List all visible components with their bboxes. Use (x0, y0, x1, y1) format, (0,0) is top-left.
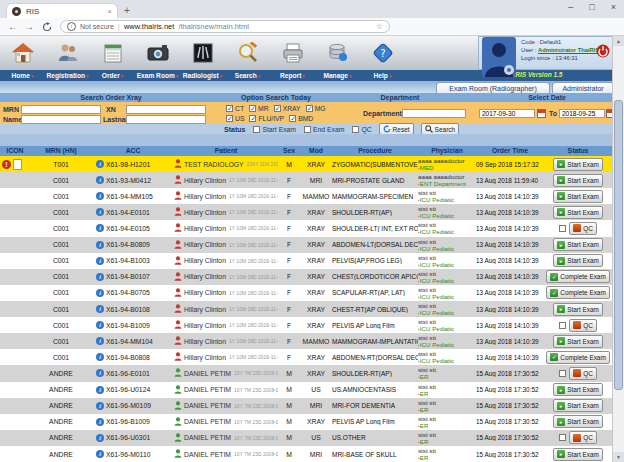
table-row[interactable]: ANDREiX61-96-M0110DANIEL PETIM10Y 7M 23D… (0, 446, 612, 462)
toolbar-radiologist-button[interactable] (180, 36, 225, 70)
url-input[interactable]: i Not secure | www.thairis.net /thairisn… (60, 20, 390, 33)
user-name-link[interactable]: Administrator ThaiRIS (538, 47, 599, 53)
start-exam-button[interactable]: ▸Start Exam (553, 383, 603, 396)
toolbar-exam-room-button[interactable] (135, 36, 180, 70)
date-to-input[interactable] (559, 109, 605, 118)
scrollbar-thumb[interactable] (614, 100, 623, 390)
modality-ct-checkbox[interactable]: ✓CT (226, 105, 244, 112)
modality-bmd-checkbox[interactable]: ✓BMD (289, 115, 313, 122)
toolbar-order-button[interactable] (90, 36, 135, 70)
status-qc-checkbox[interactable]: QC (352, 126, 371, 133)
start-exam-button[interactable]: ▸Start Exam (553, 174, 603, 187)
info-icon[interactable]: i (96, 337, 104, 345)
nav-item-help[interactable]: Help▾ (360, 72, 405, 79)
table-row[interactable]: ANDREiX61-96-M0109DANIEL PETIM10Y 7M 23D… (0, 398, 612, 414)
modality-mg-checkbox[interactable]: ✓MG (306, 105, 326, 112)
info-icon[interactable]: i (96, 160, 104, 168)
name-input[interactable] (21, 115, 101, 124)
minimize-icon[interactable]: – (568, 2, 573, 12)
table-row[interactable]: C001iX61-94-B0108Hillary Clinton1Y 10M 1… (0, 301, 612, 317)
status-start-exam-checkbox[interactable]: Start Exam (253, 126, 296, 133)
nav-item-report[interactable]: Report▾ (270, 72, 315, 79)
scroll-up-icon[interactable]: ▲ (613, 36, 624, 46)
xn-input[interactable] (126, 105, 206, 114)
start-exam-button[interactable]: ▸Start Exam (553, 448, 603, 461)
start-exam-button[interactable]: ▸Start Exam (553, 415, 603, 428)
info-icon[interactable]: i (96, 353, 104, 361)
forward-icon[interactable]: → (24, 21, 40, 32)
qc-button[interactable]: QC (569, 367, 597, 380)
nav-item-registration[interactable]: Registration▾ (45, 72, 90, 79)
table-row[interactable]: C001iX61-94-MM104Hillary Clinton1Y 10M 1… (0, 333, 612, 349)
start-exam-button[interactable]: ▸Start Exam (553, 158, 603, 171)
start-exam-button[interactable]: ▸Start Exam (553, 335, 603, 348)
toolbar-registration-button[interactable] (45, 36, 90, 70)
page-scrollbar[interactable]: ▲ ▼ (612, 36, 624, 462)
info-icon[interactable]: i (96, 321, 104, 329)
bookmark-star-icon[interactable]: ☆ (376, 22, 383, 31)
tab-administrator[interactable]: Administrator (552, 82, 614, 93)
table-row[interactable]: ANDREiX61-96-U0124DANIEL PETIM10Y 7M 23D… (0, 382, 612, 398)
modality-mr-checkbox[interactable]: ✓MR (249, 105, 269, 112)
complete-exam-button[interactable]: ✓Complete Exam (546, 286, 609, 299)
start-exam-button[interactable]: ▸Start Exam (553, 238, 603, 251)
browser-tab[interactable]: RIS × (6, 3, 118, 18)
info-icon[interactable]: i (96, 192, 104, 200)
info-icon[interactable]: i (96, 369, 104, 377)
start-exam-button[interactable]: ▸Start Exam (553, 190, 603, 203)
start-exam-button[interactable]: ▸Start Exam (553, 399, 603, 412)
new-tab-button[interactable]: + (124, 5, 130, 16)
qc-row-checkbox[interactable] (559, 225, 566, 232)
modality-us-checkbox[interactable]: ✓US (226, 115, 244, 122)
info-icon[interactable]: i (96, 176, 104, 184)
page-info-icon[interactable]: i (67, 22, 76, 31)
department-input[interactable] (402, 109, 466, 118)
tab-close-icon[interactable]: × (107, 7, 112, 16)
info-icon[interactable]: i (96, 289, 104, 297)
nav-item-search[interactable]: Search▾ (225, 72, 270, 79)
table-row[interactable]: C001iX61-94-B0705Hillary Clinton1Y 10M 1… (0, 285, 612, 301)
reload-icon[interactable] (42, 22, 52, 32)
toolbar-search-button[interactable] (225, 36, 270, 70)
start-exam-button[interactable]: ▸Start Exam (553, 303, 603, 316)
table-row[interactable]: C001iX61-93-M0412Hillary Clinton1Y 10M 1… (0, 172, 612, 188)
qc-row-checkbox[interactable] (559, 434, 566, 441)
info-icon[interactable]: i (96, 257, 104, 265)
info-icon[interactable]: i (96, 305, 104, 313)
table-row[interactable]: C001iX61-94-B1009Hillary Clinton1Y 10M 1… (0, 317, 612, 333)
start-exam-button[interactable]: ▸Start Exam (553, 254, 603, 267)
scroll-down-icon[interactable]: ▼ (613, 452, 624, 462)
table-row[interactable]: ANDREiX61-96-E0101DANIEL PETIM10Y 7M 23D… (0, 365, 612, 381)
table-row[interactable]: ANDREiX61-96-B1009DANIEL PETIM10Y 7M 23D… (0, 414, 612, 430)
logout-power-icon[interactable] (596, 44, 610, 58)
maximize-icon[interactable]: □ (589, 2, 594, 12)
status-end-exam-checkbox[interactable]: End Exam (304, 126, 344, 133)
nav-item-manage[interactable]: Manage▾ (315, 72, 360, 79)
nav-item-order[interactable]: Order▾ (90, 72, 135, 79)
table-row[interactable]: C001iX61-94-B1003Hillary Clinton1Y 10M 1… (0, 253, 612, 269)
info-icon[interactable]: i (96, 434, 104, 442)
nav-item-home[interactable]: Home▾ (0, 72, 45, 79)
toolbar-home-button[interactable] (0, 36, 45, 70)
modality-xray-checkbox[interactable]: ✓XRAY (274, 105, 301, 112)
table-row[interactable]: C001iX61-94-B0107Hillary Clinton1Y 10M 1… (0, 269, 612, 285)
table-row[interactable]: !T001iX61-98-H1201TEST RADIOLOGY229Y 11M… (0, 156, 612, 172)
toolbar-report-button[interactable] (270, 36, 315, 70)
table-row[interactable]: ANDREiX61-96-U0301DANIEL PETIM10Y 7M 23D… (0, 430, 612, 446)
table-row[interactable]: C001iX61-94-E0101Hillary Clinton1Y 10M 1… (0, 204, 612, 220)
calendar-icon[interactable] (537, 109, 546, 118)
lastname-input[interactable] (126, 115, 206, 124)
mrn-input[interactable] (21, 105, 101, 114)
toolbar-manage-button[interactable] (315, 36, 360, 70)
table-row[interactable]: C001iX61-94-B0808Hillary Clinton1Y 10M 1… (0, 349, 612, 365)
info-icon[interactable]: i (96, 224, 104, 232)
qc-row-checkbox[interactable] (559, 322, 566, 329)
nav-item-exam-room[interactable]: Exam Room▾ (135, 72, 180, 79)
table-row[interactable]: C001iX61-94-MM105Hillary Clinton1Y 10M 1… (0, 188, 612, 204)
complete-exam-button[interactable]: ✓Complete Exam (546, 351, 609, 364)
qc-row-checkbox[interactable] (559, 370, 566, 377)
close-icon[interactable]: × (611, 2, 616, 12)
qc-button[interactable]: QC (569, 222, 597, 235)
qc-button[interactable]: QC (569, 319, 597, 332)
date-from-input[interactable] (479, 109, 535, 118)
